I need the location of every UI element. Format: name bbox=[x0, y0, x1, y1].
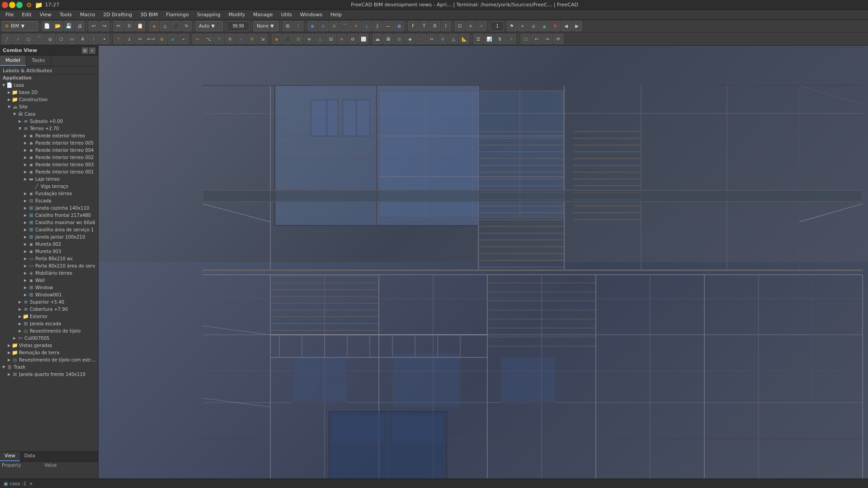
undo-button[interactable]: ↩ bbox=[89, 21, 99, 31]
tool-level[interactable]: ⊞ bbox=[394, 34, 404, 44]
tree-item-janela_coz[interactable]: ▶ ⊞ Janela cozinha 140x110 bbox=[0, 204, 98, 211]
toggle-construction[interactable]: ▶ bbox=[6, 97, 12, 102]
toggle-superior[interactable]: ▶ bbox=[17, 299, 23, 305]
toggle-cobertura[interactable]: ▶ bbox=[17, 306, 23, 312]
zoom-fit[interactable]: ⊡ bbox=[455, 21, 465, 31]
tool-polygon[interactable]: ⬡ bbox=[56, 34, 66, 44]
tool-anno[interactable]: ⌥ bbox=[203, 34, 213, 44]
auto-dropdown[interactable]: Auto ▼ bbox=[196, 21, 223, 31]
menu-file[interactable]: File bbox=[2, 11, 17, 19]
tool-schedule[interactable]: ☰ bbox=[473, 34, 483, 44]
toggle-window[interactable]: ▶ bbox=[23, 285, 28, 290]
snap-extension[interactable]: — bbox=[383, 21, 393, 31]
tool-line[interactable]: ╱ bbox=[2, 34, 12, 44]
prop-tab-data[interactable]: Data bbox=[20, 452, 40, 461]
tree-item-revestimento_tijolo[interactable]: ▶ ◎ Revestimento de tijolo bbox=[0, 327, 98, 334]
tool-rect[interactable]: ▭ bbox=[67, 34, 77, 44]
toggle-parede_int001[interactable]: ▶ bbox=[23, 169, 28, 174]
tree-item-revestimento_estrutura[interactable]: ▶ ◎ Revestimento de tijolo com estrutura bbox=[0, 356, 98, 363]
tree-item-caixilho_area[interactable]: ▶ ⊞ Caixilho área de serviço 1 bbox=[0, 226, 98, 233]
tb-extra-2[interactable]: ⌖ bbox=[518, 21, 528, 31]
status-close-button[interactable]: × bbox=[29, 481, 33, 486]
toggle-porta_wc[interactable]: ▶ bbox=[23, 256, 28, 261]
view-box[interactable]: ▣ bbox=[394, 21, 404, 31]
tree-item-remocao_terra[interactable]: ▶ 📁 Remoção de terra bbox=[0, 349, 98, 356]
tree-item-trash[interactable]: ▼ 🗑 Trash bbox=[0, 363, 98, 371]
menu-flamingo[interactable]: Flamingo bbox=[162, 11, 193, 19]
menu-utils[interactable]: Utils bbox=[278, 11, 296, 19]
tool-window2[interactable]: ⊞ bbox=[293, 34, 303, 44]
tool-extend[interactable]: ←→ bbox=[146, 34, 156, 44]
tool-rotate[interactable]: ↺ bbox=[247, 34, 257, 44]
none-dropdown[interactable]: None ▼ bbox=[254, 21, 278, 31]
new-button[interactable]: 📄 bbox=[42, 21, 52, 31]
menu-macro[interactable]: Macro bbox=[76, 11, 99, 19]
toggle-vistas_geradas[interactable]: ▶ bbox=[6, 343, 12, 348]
tree-item-parede_ext[interactable]: ▶ ▪ Parede exterior térreo bbox=[0, 132, 98, 139]
tree-item-parede_int003[interactable]: ▶ ▪ Parede interior térreo 003 bbox=[0, 161, 98, 168]
tree-item-base2d[interactable]: ▶ 📁 base 2D bbox=[0, 89, 98, 96]
toggle-terreo[interactable]: ▼ bbox=[17, 126, 23, 131]
zoom-in[interactable]: + bbox=[466, 21, 476, 31]
snap-grid-button[interactable]: ⋮ bbox=[293, 21, 303, 31]
tool-rebar[interactable]: ≈ bbox=[337, 34, 347, 44]
snap-intersection[interactable]: ✕ bbox=[351, 21, 361, 31]
tree-item-fundacao[interactable]: ▶ ▪ Fundação térreo bbox=[0, 190, 98, 197]
toggle-parede_int005[interactable]: ▶ bbox=[23, 140, 28, 145]
tree-item-parede_int001[interactable]: ▶ ▪ Parede interior térreo 001 bbox=[0, 168, 98, 175]
toggle-mureta003[interactable]: ▶ bbox=[23, 249, 28, 254]
toggle-parede_ext[interactable]: ▶ bbox=[23, 133, 28, 138]
zoom-out[interactable]: − bbox=[476, 21, 486, 31]
viewport[interactable]: X Y Z bbox=[99, 46, 868, 479]
tool-text[interactable]: A bbox=[78, 34, 88, 44]
redo2[interactable]: ↪ bbox=[542, 34, 552, 44]
snap-center[interactable]: ⊕ bbox=[329, 21, 339, 31]
toggle-casa2[interactable]: ▼ bbox=[12, 111, 17, 117]
view-right[interactable]: R bbox=[430, 21, 440, 31]
tree-item-caixilho_maximar[interactable]: ▶ ⊞ Caixilho maximar wc 60x6 bbox=[0, 219, 98, 226]
toggle-parede_int002[interactable]: ▶ bbox=[23, 155, 28, 160]
tool-structure[interactable]: ⬛ bbox=[283, 34, 292, 44]
tb-extra-3[interactable]: ⌂ bbox=[528, 21, 538, 31]
grid-button[interactable]: ⊞ bbox=[283, 21, 292, 31]
tool-downgrade[interactable]: ↓ bbox=[124, 34, 134, 44]
tool-site2[interactable]: ⛰ bbox=[373, 34, 382, 44]
toggle-subsolo[interactable]: ▶ bbox=[17, 118, 23, 124]
tree-item-mureta002[interactable]: ▶ ▪ Mureta 002 bbox=[0, 240, 98, 248]
tree-item-escada[interactable]: ▶ ⊟ Escada bbox=[0, 197, 98, 204]
tb-extra-4[interactable]: ▲ bbox=[539, 21, 549, 31]
tree-item-exterior[interactable]: ▶ 📁 Exterior bbox=[0, 313, 98, 320]
tool-wall[interactable]: ▪ bbox=[272, 34, 282, 44]
toggle-caixilho_area[interactable]: ▶ bbox=[23, 227, 28, 232]
combo-float-button[interactable]: ⊞ bbox=[82, 47, 88, 54]
menu-modify[interactable]: Modify bbox=[225, 11, 248, 19]
tb-btn-4[interactable]: ↻ bbox=[182, 21, 192, 31]
toggle-mureta002[interactable]: ▶ bbox=[23, 241, 28, 247]
snap-unit-input[interactable] bbox=[491, 21, 504, 31]
close-button[interactable] bbox=[2, 2, 8, 8]
snap-perpendicular[interactable]: ⊥ bbox=[362, 21, 372, 31]
tb-extra-6[interactable]: ◀ bbox=[561, 21, 571, 31]
tab-tasks[interactable]: Tasks bbox=[26, 56, 51, 66]
menu-2d-drafting[interactable]: 2D Drafting bbox=[99, 11, 136, 19]
zoom-fit2[interactable]: ⊡ bbox=[521, 34, 531, 44]
tool-wire[interactable]: ↗ bbox=[13, 34, 23, 44]
tool-circle[interactable]: ○ bbox=[24, 34, 33, 44]
redo-button[interactable]: ↪ bbox=[99, 21, 109, 31]
tree-item-viga[interactable]: ╱ Viga terraço bbox=[0, 183, 98, 190]
menu-windows[interactable]: Windows bbox=[297, 11, 326, 19]
tree-item-cut007005[interactable]: ▶ ✂ Cut007005 bbox=[0, 334, 98, 342]
prop-tab-view[interactable]: View bbox=[0, 452, 20, 461]
view-iso[interactable]: I bbox=[441, 21, 451, 31]
tool-building[interactable]: 🏛 bbox=[383, 34, 393, 44]
tree-item-window001[interactable]: ▶ ⊞ Window001 bbox=[0, 291, 98, 298]
tool-ellipse[interactable]: ◎ bbox=[45, 34, 55, 44]
menu-view[interactable]: View bbox=[36, 11, 55, 19]
tree-item-janela_escada[interactable]: ▶ ⊞ Janela escada bbox=[0, 320, 98, 327]
tool-array[interactable]: ⠿ bbox=[214, 34, 224, 44]
tree-item-parede_int005[interactable]: ▶ ▪ Parede interior térreo 005 bbox=[0, 139, 98, 146]
tool-classify[interactable]: ⋯ bbox=[416, 34, 426, 44]
snap-parallel[interactable]: ∥ bbox=[373, 21, 382, 31]
toggle-site[interactable]: ▼ bbox=[6, 104, 12, 109]
tree-item-casa[interactable]: ▼ 📄 casa bbox=[0, 81, 98, 89]
